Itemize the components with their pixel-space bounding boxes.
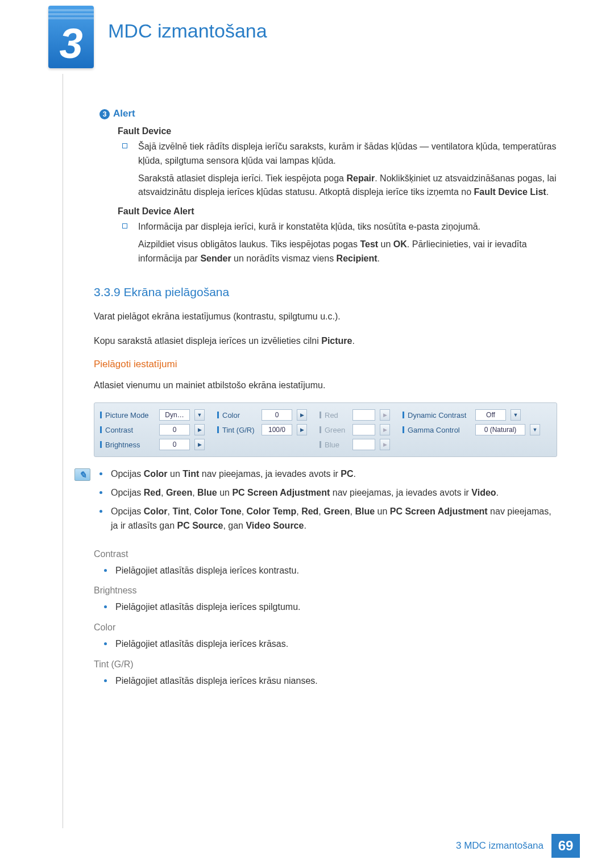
color-heading: Color (94, 622, 557, 633)
note-item: Opcijas Red, Green, Blue un PC Screen Ad… (97, 486, 557, 500)
text: un norādīts vismaz viens (231, 254, 337, 263)
bold: Recipient (337, 254, 377, 263)
text: Sarakstā atlasiet displeja ierīci. Tiek … (138, 173, 346, 183)
section-intro1: Varat pielāgot ekrāna iestatījumus (kont… (94, 309, 557, 324)
bold: Fault Device List (474, 187, 546, 197)
dynamic-contrast-label: Dynamic Contrast (403, 411, 471, 420)
spinner-button: ▶ (380, 424, 390, 435)
settings-row-1: Picture Mode Dyn…▼ Color 0▶ Red ▶ Dynami… (100, 408, 551, 422)
dropdown-button[interactable]: ▼ (530, 424, 540, 435)
gamma-field[interactable]: 0 (Natural) (475, 424, 525, 435)
note-item: Opcijas Color, Tint, Color Tone, Color T… (97, 505, 557, 533)
fault-device-heading: Fault Device (118, 126, 557, 136)
picture-mode-field[interactable]: Dyn… (159, 409, 190, 421)
tint-label: Tint (G/R) (217, 426, 257, 434)
bold: Picture (321, 336, 352, 346)
alert-heading: 3Alert (99, 108, 557, 119)
left-rule (63, 74, 63, 828)
contrast-label: Contrast (100, 426, 155, 434)
text: . (352, 336, 354, 346)
red-field (352, 409, 375, 421)
text: Aizpildiet visus obligātos laukus. Tiks … (138, 239, 360, 249)
alert-badge: 3 (99, 109, 110, 119)
blue-field (352, 439, 375, 450)
custom-settings-heading: Pielāgoti iestatījumi (94, 359, 557, 370)
color-field[interactable]: 0 (262, 409, 292, 421)
brightness-label: Brightness (100, 441, 155, 449)
brightness-desc: Pielāgojiet atlasītās displeja ierīces s… (102, 600, 557, 614)
page-number: 69 (551, 834, 580, 858)
page: 3 MDC izmantošana 3Alert Fault Device Ša… (0, 0, 614, 868)
settings-panel: Picture Mode Dyn…▼ Color 0▶ Red ▶ Dynami… (94, 402, 557, 457)
fault-device-para: Sarakstā atlasiet displeja ierīci. Tiek … (138, 172, 557, 200)
text: Kopu sarakstā atlasiet displeja ierīces … (94, 336, 321, 346)
bold: OK (393, 239, 407, 249)
dropdown-button[interactable]: ▼ (194, 409, 205, 421)
dropdown-button[interactable]: ▼ (511, 409, 521, 421)
text: . (546, 187, 549, 197)
text: . (377, 254, 380, 263)
note-list: Opcijas Color un Tint nav pieejamas, ja … (97, 467, 557, 537)
red-label: Red (320, 411, 348, 420)
spinner-button[interactable]: ▶ (194, 439, 205, 450)
footer-text: 3 MDC izmantošana (456, 840, 544, 852)
settings-row-3: Brightness 0▶ x ▶ Blue ▶ (100, 437, 551, 452)
section-title: 3.3.9 Ekrāna pielāgošana (94, 285, 557, 299)
note-item: Opcijas Color un Tint nav pieejamas, ja … (97, 467, 557, 481)
brightness-field[interactable]: 0 (159, 439, 190, 450)
dynamic-contrast-field[interactable]: Off (475, 409, 506, 421)
blue-label: Blue (320, 441, 348, 449)
tint-heading: Tint (G/R) (94, 659, 557, 670)
content: 3Alert Fault Device Šajā izvēlnē tiek rā… (99, 108, 557, 696)
fault-alert-bullet: Informācija par displeja ierīci, kurā ir… (122, 220, 557, 234)
gamma-label: Gamma Control (403, 426, 471, 434)
text: Šajā izvēlnē tiek rādīts displeja ierīču… (138, 142, 556, 165)
bold: Test (360, 239, 378, 249)
settings-row-2: Contrast 0▶ Tint (G/R) 100/0▶ Green ▶ Ga… (100, 422, 551, 437)
custom-settings-para: Atlasiet vienumu un mainiet atbilstošo e… (94, 378, 557, 393)
note-icon: ✎ (74, 468, 90, 481)
brightness-heading: Brightness (94, 585, 557, 596)
green-label: Green (320, 426, 348, 434)
color-desc: Pielāgojiet atlasītās displeja ierīces k… (102, 637, 557, 651)
fault-alert-para: Aizpildiet visus obligātos laukus. Tiks … (138, 238, 557, 266)
green-field (352, 424, 375, 435)
text: un (378, 239, 393, 249)
fault-device-bullet: Šajā izvēlnē tiek rādīts displeja ierīču… (122, 140, 557, 168)
chapter-title: MDC izmantošana (108, 20, 267, 42)
contrast-desc: Pielāgojiet atlasītās displeja ierīces k… (102, 564, 557, 578)
spinner-button[interactable]: ▶ (297, 409, 307, 421)
section-intro2: Kopu sarakstā atlasiet displeja ierīces … (94, 334, 557, 348)
chapter-badge: 3 (48, 6, 94, 68)
contrast-heading: Contrast (94, 549, 557, 559)
chapter-number: 3 (48, 21, 94, 67)
spinner-button: ▶ (380, 439, 390, 450)
bold: Repair (346, 173, 375, 183)
footer: 3 MDC izmantošana 69 (456, 834, 580, 858)
tint-desc: Pielāgojiet atlasītās displeja ierīces k… (102, 674, 557, 688)
alert-title: Alert (113, 108, 135, 119)
spinner-button: ▶ (380, 409, 390, 421)
note-block: ✎ Opcijas Color un Tint nav pieejamas, j… (74, 467, 557, 537)
picture-mode-label: Picture Mode (100, 411, 155, 420)
bold: Sender (200, 254, 231, 263)
text: Informācija par displeja ierīci, kurā ir… (138, 222, 480, 231)
tint-field[interactable]: 100/0 (262, 424, 292, 435)
color-label: Color (217, 411, 257, 420)
spinner-button[interactable]: ▶ (297, 424, 307, 435)
fault-alert-heading: Fault Device Alert (118, 206, 557, 217)
spinner-button[interactable]: ▶ (194, 424, 205, 435)
contrast-field[interactable]: 0 (159, 424, 190, 435)
